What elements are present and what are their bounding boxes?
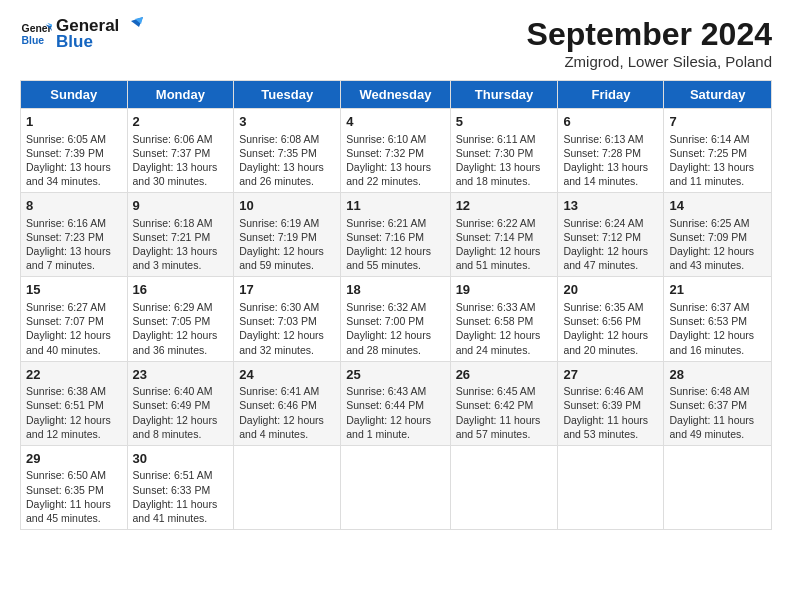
- calendar-cell: [450, 445, 558, 529]
- sunset-text: Sunset: 6:51 PM: [26, 398, 122, 412]
- sunrise-text: Sunrise: 6:35 AM: [563, 300, 658, 314]
- sunrise-text: Sunrise: 6:22 AM: [456, 216, 553, 230]
- daylight-text: Daylight: 11 hours and 45 minutes.: [26, 497, 122, 525]
- sunrise-text: Sunrise: 6:38 AM: [26, 384, 122, 398]
- calendar-cell: [664, 445, 772, 529]
- sunrise-text: Sunrise: 6:51 AM: [133, 468, 229, 482]
- daylight-text: Daylight: 12 hours and 43 minutes.: [669, 244, 766, 272]
- calendar-cell: 23Sunrise: 6:40 AMSunset: 6:49 PMDayligh…: [127, 361, 234, 445]
- calendar-cell: 5Sunrise: 6:11 AMSunset: 7:30 PMDaylight…: [450, 109, 558, 193]
- calendar-cell: 7Sunrise: 6:14 AMSunset: 7:25 PMDaylight…: [664, 109, 772, 193]
- sunrise-text: Sunrise: 6:18 AM: [133, 216, 229, 230]
- daylight-text: Daylight: 12 hours and 51 minutes.: [456, 244, 553, 272]
- sunrise-text: Sunrise: 6:19 AM: [239, 216, 335, 230]
- daylight-text: Daylight: 12 hours and 8 minutes.: [133, 413, 229, 441]
- sunset-text: Sunset: 7:12 PM: [563, 230, 658, 244]
- day-number: 22: [26, 366, 122, 384]
- day-number: 27: [563, 366, 658, 384]
- daylight-text: Daylight: 11 hours and 57 minutes.: [456, 413, 553, 441]
- day-number: 13: [563, 197, 658, 215]
- daylight-text: Daylight: 12 hours and 47 minutes.: [563, 244, 658, 272]
- sunset-text: Sunset: 6:46 PM: [239, 398, 335, 412]
- calendar-cell: 10Sunrise: 6:19 AMSunset: 7:19 PMDayligh…: [234, 193, 341, 277]
- week-row-4: 22Sunrise: 6:38 AMSunset: 6:51 PMDayligh…: [21, 361, 772, 445]
- calendar-table: SundayMondayTuesdayWednesdayThursdayFrid…: [20, 80, 772, 530]
- day-number: 24: [239, 366, 335, 384]
- calendar-cell: 1Sunrise: 6:05 AMSunset: 7:39 PMDaylight…: [21, 109, 128, 193]
- calendar-cell: 28Sunrise: 6:48 AMSunset: 6:37 PMDayligh…: [664, 361, 772, 445]
- day-number: 21: [669, 281, 766, 299]
- sunset-text: Sunset: 6:56 PM: [563, 314, 658, 328]
- sunrise-text: Sunrise: 6:41 AM: [239, 384, 335, 398]
- sunset-text: Sunset: 6:44 PM: [346, 398, 444, 412]
- calendar-cell: 25Sunrise: 6:43 AMSunset: 6:44 PMDayligh…: [341, 361, 450, 445]
- day-number: 23: [133, 366, 229, 384]
- calendar-cell: 2Sunrise: 6:06 AMSunset: 7:37 PMDaylight…: [127, 109, 234, 193]
- sunset-text: Sunset: 7:03 PM: [239, 314, 335, 328]
- sunset-text: Sunset: 7:07 PM: [26, 314, 122, 328]
- col-header-saturday: Saturday: [664, 81, 772, 109]
- day-number: 25: [346, 366, 444, 384]
- logo-bird-icon: [121, 17, 143, 35]
- sunrise-text: Sunrise: 6:21 AM: [346, 216, 444, 230]
- col-header-monday: Monday: [127, 81, 234, 109]
- calendar-cell: 21Sunrise: 6:37 AMSunset: 6:53 PMDayligh…: [664, 277, 772, 361]
- calendar-cell: 26Sunrise: 6:45 AMSunset: 6:42 PMDayligh…: [450, 361, 558, 445]
- day-number: 2: [133, 113, 229, 131]
- col-header-thursday: Thursday: [450, 81, 558, 109]
- sunrise-text: Sunrise: 6:46 AM: [563, 384, 658, 398]
- sunset-text: Sunset: 7:05 PM: [133, 314, 229, 328]
- col-header-sunday: Sunday: [21, 81, 128, 109]
- sunrise-text: Sunrise: 6:06 AM: [133, 132, 229, 146]
- calendar-cell: 17Sunrise: 6:30 AMSunset: 7:03 PMDayligh…: [234, 277, 341, 361]
- calendar-cell: [234, 445, 341, 529]
- daylight-text: Daylight: 12 hours and 4 minutes.: [239, 413, 335, 441]
- sunset-text: Sunset: 7:25 PM: [669, 146, 766, 160]
- sunset-text: Sunset: 6:42 PM: [456, 398, 553, 412]
- daylight-text: Daylight: 12 hours and 28 minutes.: [346, 328, 444, 356]
- daylight-text: Daylight: 13 hours and 11 minutes.: [669, 160, 766, 188]
- calendar-cell: 15Sunrise: 6:27 AMSunset: 7:07 PMDayligh…: [21, 277, 128, 361]
- calendar-cell: 29Sunrise: 6:50 AMSunset: 6:35 PMDayligh…: [21, 445, 128, 529]
- daylight-text: Daylight: 12 hours and 12 minutes.: [26, 413, 122, 441]
- daylight-text: Daylight: 12 hours and 24 minutes.: [456, 328, 553, 356]
- daylight-text: Daylight: 13 hours and 7 minutes.: [26, 244, 122, 272]
- sunrise-text: Sunrise: 6:43 AM: [346, 384, 444, 398]
- day-number: 14: [669, 197, 766, 215]
- sunrise-text: Sunrise: 6:29 AM: [133, 300, 229, 314]
- sunset-text: Sunset: 6:33 PM: [133, 483, 229, 497]
- sunrise-text: Sunrise: 6:16 AM: [26, 216, 122, 230]
- logo: General Blue General Blue: [20, 16, 143, 52]
- daylight-text: Daylight: 13 hours and 26 minutes.: [239, 160, 335, 188]
- calendar-cell: 16Sunrise: 6:29 AMSunset: 7:05 PMDayligh…: [127, 277, 234, 361]
- calendar-cell: 22Sunrise: 6:38 AMSunset: 6:51 PMDayligh…: [21, 361, 128, 445]
- sunset-text: Sunset: 7:35 PM: [239, 146, 335, 160]
- sunrise-text: Sunrise: 6:37 AM: [669, 300, 766, 314]
- sunset-text: Sunset: 7:14 PM: [456, 230, 553, 244]
- daylight-text: Daylight: 13 hours and 18 minutes.: [456, 160, 553, 188]
- day-number: 9: [133, 197, 229, 215]
- sunset-text: Sunset: 6:39 PM: [563, 398, 658, 412]
- calendar-cell: 27Sunrise: 6:46 AMSunset: 6:39 PMDayligh…: [558, 361, 664, 445]
- sunset-text: Sunset: 7:39 PM: [26, 146, 122, 160]
- subtitle: Zmigrod, Lower Silesia, Poland: [527, 53, 772, 70]
- sunrise-text: Sunrise: 6:40 AM: [133, 384, 229, 398]
- sunrise-text: Sunrise: 6:30 AM: [239, 300, 335, 314]
- sunset-text: Sunset: 6:35 PM: [26, 483, 122, 497]
- title-block: September 2024 Zmigrod, Lower Silesia, P…: [527, 16, 772, 70]
- daylight-text: Daylight: 13 hours and 14 minutes.: [563, 160, 658, 188]
- sunrise-text: Sunrise: 6:24 AM: [563, 216, 658, 230]
- calendar-cell: 13Sunrise: 6:24 AMSunset: 7:12 PMDayligh…: [558, 193, 664, 277]
- day-number: 20: [563, 281, 658, 299]
- day-number: 5: [456, 113, 553, 131]
- sunrise-text: Sunrise: 6:13 AM: [563, 132, 658, 146]
- calendar-cell: [341, 445, 450, 529]
- sunset-text: Sunset: 7:37 PM: [133, 146, 229, 160]
- sunrise-text: Sunrise: 6:48 AM: [669, 384, 766, 398]
- week-row-3: 15Sunrise: 6:27 AMSunset: 7:07 PMDayligh…: [21, 277, 772, 361]
- header-row: SundayMondayTuesdayWednesdayThursdayFrid…: [21, 81, 772, 109]
- sunset-text: Sunset: 6:37 PM: [669, 398, 766, 412]
- day-number: 7: [669, 113, 766, 131]
- svg-text:Blue: Blue: [22, 35, 45, 46]
- calendar-cell: 8Sunrise: 6:16 AMSunset: 7:23 PMDaylight…: [21, 193, 128, 277]
